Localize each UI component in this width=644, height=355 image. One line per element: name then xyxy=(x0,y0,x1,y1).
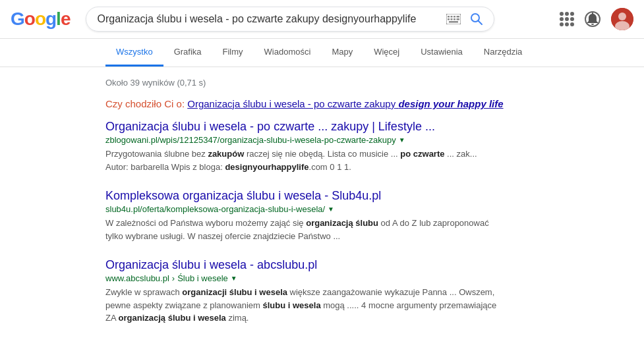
result-snippet-3: Zwykle w sprawach organizacji ślubu i we… xyxy=(105,286,501,325)
result-snippet-1: Przygotowania ślubne bez zakupów raczej … xyxy=(105,148,501,173)
result-url-2: slub4u.pl/oferta/kompleksowa-organizacja… xyxy=(105,204,325,214)
svg-rect-5 xyxy=(448,18,450,20)
search-result-3: Organizacja ślubu i wesela - abcslubu.pl… xyxy=(105,258,501,325)
svg-rect-4 xyxy=(457,16,460,18)
svg-rect-1 xyxy=(448,16,450,18)
keyboard-icon xyxy=(446,14,461,24)
result-title-2[interactable]: Kompleksowa organizacja ślubu i wesela -… xyxy=(105,189,501,203)
result-url-domain-3: www.abcslubu.pl xyxy=(105,273,169,283)
tab-wiecej[interactable]: Więcej xyxy=(363,39,410,67)
search-button[interactable] xyxy=(470,13,483,26)
result-dropdown-2[interactable]: ▼ xyxy=(328,205,334,213)
avatar-button[interactable] xyxy=(611,8,633,30)
result-title-1[interactable]: Organizacja ślubu i wesela - po czwarte … xyxy=(105,120,501,134)
did-you-mean-bold-italic: design your happy life xyxy=(398,98,503,109)
svg-point-13 xyxy=(618,13,626,20)
result-dropdown-3[interactable]: ▼ xyxy=(231,275,237,282)
did-you-mean: Czy chodziło Ci o: Organizacja ślubu i w… xyxy=(105,98,539,109)
bell-icon xyxy=(587,13,599,26)
apps-button[interactable] xyxy=(560,12,574,26)
tab-mapy[interactable]: Mapy xyxy=(321,39,363,67)
svg-rect-8 xyxy=(457,18,460,20)
tab-grafika[interactable]: Grafika xyxy=(163,39,212,67)
search-input[interactable] xyxy=(97,13,446,25)
apps-grid-icon xyxy=(560,12,574,26)
search-icons xyxy=(446,13,483,26)
search-bar xyxy=(86,7,494,32)
search-icon xyxy=(470,13,483,26)
search-result-1: Organizacja ślubu i wesela - po czwarte … xyxy=(105,120,501,173)
result-snippet-2: W zależności od Państwa wyboru możemy za… xyxy=(105,217,501,242)
result-url-row-1: zblogowani.pl/wpis/12125347/organizacja-… xyxy=(105,135,501,145)
result-url-1: zblogowani.pl/wpis/12125347/organizacja-… xyxy=(105,135,396,145)
result-url-row-3: www.abcslubu.pl › Ślub i wesele ▼ xyxy=(105,273,501,283)
result-title-3[interactable]: Organizacja ślubu i wesela - abcslubu.pl xyxy=(105,258,501,272)
notifications-button[interactable] xyxy=(585,11,600,27)
tab-filmy[interactable]: Filmy xyxy=(212,39,254,67)
result-stats: Około 39 wyników (0,71 s) xyxy=(105,78,539,88)
result-url-row-2: slub4u.pl/oferta/kompleksowa-organizacja… xyxy=(105,204,501,214)
result-url-path-3: Ślub i wesele xyxy=(177,273,228,283)
keyboard-icon-button[interactable] xyxy=(446,14,461,24)
tab-wiadomosci[interactable]: Wiadomości xyxy=(254,39,322,67)
did-you-mean-link[interactable]: Organizacja ślubu i wesela - po czwarte … xyxy=(187,98,503,109)
svg-line-11 xyxy=(479,21,483,25)
header-right xyxy=(560,8,633,30)
svg-rect-6 xyxy=(451,18,453,20)
result-dropdown-1[interactable]: ▼ xyxy=(399,136,405,144)
svg-rect-7 xyxy=(454,18,455,20)
search-result-2: Kompleksowa organizacja ślubu i wesela -… xyxy=(105,189,501,242)
svg-rect-9 xyxy=(449,21,458,23)
tab-narzedzia[interactable]: Narzędzia xyxy=(473,39,533,67)
tab-ustawienia[interactable]: Ustawienia xyxy=(410,39,473,67)
svg-rect-3 xyxy=(454,16,455,18)
tab-wszystko[interactable]: Wszystko xyxy=(105,39,163,67)
main-content: Około 39 wyników (0,71 s) Czy chodziło C… xyxy=(0,67,644,346)
did-you-mean-plain: Organizacja ślubu i wesela - po czwarte … xyxy=(187,98,395,109)
did-you-mean-label: Czy chodziło Ci o: xyxy=(105,98,185,109)
svg-rect-2 xyxy=(451,16,453,18)
google-logo: Google xyxy=(11,9,70,30)
user-avatar xyxy=(611,8,633,30)
header: Google xyxy=(0,0,644,39)
result-url-separator-3: › xyxy=(172,273,175,283)
nav-tabs: Wszystko Grafika Filmy Wiadomości Mapy W… xyxy=(0,39,644,67)
